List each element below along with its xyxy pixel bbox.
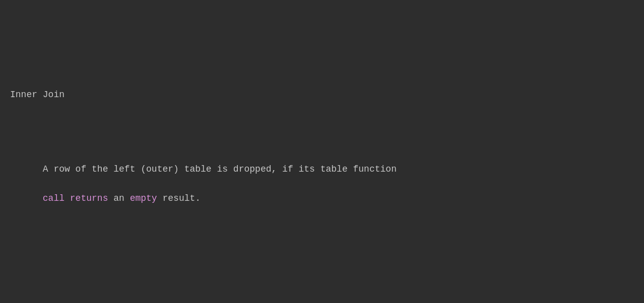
inner-join-section: Inner Join A row of the left (outer) tab… [10,58,634,249]
desc-line-2: call returns an empty result. [43,193,201,203]
inner-join-heading: Inner Join [10,88,634,102]
code-content: Inner Join A row of the left (outer) tab… [10,15,634,303]
desc-line-1: A row of the left (outer) table is dropp… [43,164,397,174]
inner-join-description: A row of the left (outer) table is dropp… [10,147,634,220]
